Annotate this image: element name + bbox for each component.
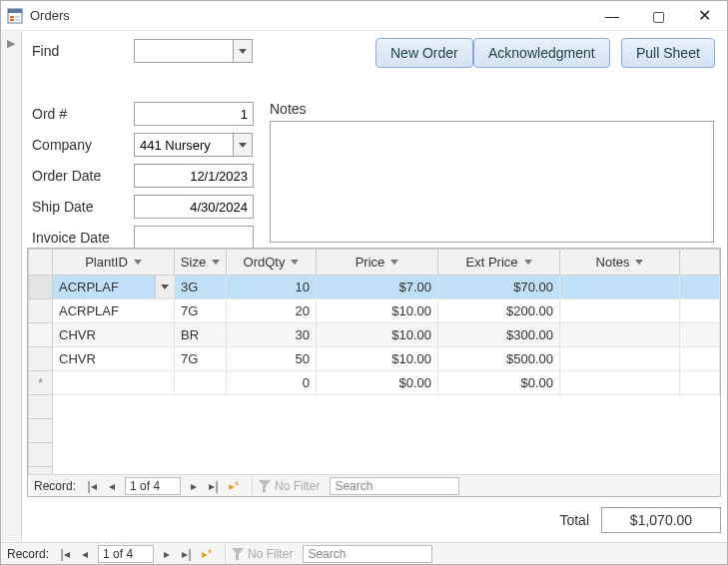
nav-search-box[interactable]: Search <box>303 545 432 563</box>
line-items-subform: PlantID Size OrdQty Price Ext Price Note… <box>27 248 721 497</box>
col-extprice[interactable]: Ext Price <box>438 250 560 276</box>
table-row[interactable]: CHVR7G50$10.00$500.00 <box>29 347 720 371</box>
pull-sheet-button[interactable]: Pull Sheet <box>621 38 715 68</box>
cell-ordqty[interactable]: 30 <box>227 323 317 347</box>
cell-size[interactable]: 7G <box>175 299 227 323</box>
ship-date-field[interactable] <box>134 195 254 219</box>
line-items-grid: PlantID Size OrdQty Price Ext Price Note… <box>28 249 720 474</box>
ship-date-input[interactable] <box>140 200 248 215</box>
cell-plantid[interactable]: ACRPLAF <box>53 299 175 323</box>
orders-window: Orders — ▢ ✕ ▶ Find New Order Acknowledg… <box>0 0 728 565</box>
col-ordqty[interactable]: OrdQty <box>227 250 317 276</box>
cell-notes[interactable] <box>560 323 680 347</box>
cell-size[interactable]: BR <box>175 323 227 347</box>
col-price[interactable]: Price <box>317 250 438 276</box>
ord-no-input[interactable] <box>140 107 248 122</box>
cell-plantid[interactable]: ACRPLAF <box>53 276 175 299</box>
select-all-corner[interactable] <box>29 250 53 276</box>
cell-plantid[interactable]: CHVR <box>53 323 175 347</box>
filter-icon[interactable] <box>390 260 398 265</box>
col-plantid[interactable]: PlantID <box>53 250 175 276</box>
nav-last-button[interactable]: ▸| <box>177 544 197 564</box>
cell-extprice[interactable]: $0.00 <box>438 371 560 395</box>
find-input[interactable] <box>140 44 228 59</box>
table-row[interactable]: CHVRBR30$10.00$300.00 <box>29 323 720 347</box>
subform-navigator: Record: |◂ ◂ 1 of 4 ▸ ▸| ▸* No Filter Se… <box>28 474 720 496</box>
company-dropdown-button[interactable] <box>234 133 253 157</box>
table-row[interactable]: ACRPLAF3G10$7.00$70.00 <box>29 276 720 299</box>
cell-price[interactable]: $10.00 <box>317 299 438 323</box>
nav-filter-indicator[interactable]: No Filter <box>225 543 299 564</box>
cell-ordqty[interactable]: 0 <box>227 371 317 395</box>
nav-last-button[interactable]: ▸| <box>204 476 224 496</box>
svg-rect-2 <box>10 16 14 18</box>
company-input[interactable] <box>140 138 228 153</box>
cell-extprice[interactable]: $200.00 <box>438 299 560 323</box>
company-label: Company <box>32 137 92 153</box>
nav-next-button[interactable]: ▸ <box>184 476 204 496</box>
cell-price[interactable]: $10.00 <box>317 347 438 371</box>
company-combo[interactable] <box>134 133 234 157</box>
nav-new-button[interactable]: ▸* <box>224 476 244 496</box>
minimize-button[interactable]: — <box>589 1 635 31</box>
cell-extprice[interactable]: $500.00 <box>438 347 560 371</box>
notes-textarea[interactable] <box>270 121 714 243</box>
nav-position[interactable]: 1 of 4 <box>125 477 181 495</box>
cell-price[interactable]: $7.00 <box>317 276 438 299</box>
nav-first-button[interactable]: |◂ <box>55 544 75 564</box>
nav-search-box[interactable]: Search <box>330 477 459 495</box>
nav-prev-button[interactable]: ◂ <box>75 544 95 564</box>
col-notes[interactable]: Notes <box>560 250 680 276</box>
order-date-input[interactable] <box>140 169 248 184</box>
svg-rect-3 <box>10 19 14 21</box>
cell-notes[interactable] <box>560 347 680 371</box>
filter-icon[interactable] <box>635 260 643 265</box>
cell-plantid[interactable]: CHVR <box>53 347 175 371</box>
invoice-date-label: Invoice Date <box>32 230 110 246</box>
nav-position[interactable]: 1 of 4 <box>98 545 154 563</box>
cell-extprice[interactable]: $70.00 <box>438 276 560 299</box>
find-dropdown-button[interactable] <box>234 39 253 63</box>
acknowledgment-button[interactable]: Acknowledgment <box>473 38 610 68</box>
cell-ordqty[interactable]: 10 <box>227 276 317 299</box>
record-selector-bar[interactable]: ▶ <box>1 31 22 541</box>
row-selector[interactable] <box>29 323 53 347</box>
cell-price[interactable]: $10.00 <box>317 323 438 347</box>
invoice-date-field[interactable] <box>134 226 254 250</box>
svg-rect-1 <box>8 9 22 13</box>
col-size[interactable]: Size <box>175 250 227 276</box>
cell-ordqty[interactable]: 50 <box>227 347 317 371</box>
cell-ordqty[interactable]: 20 <box>227 299 317 323</box>
nav-filter-indicator[interactable]: No Filter <box>252 475 326 496</box>
table-row[interactable]: ACRPLAF7G20$10.00$200.00 <box>29 299 720 323</box>
cell-notes[interactable] <box>560 299 680 323</box>
cell-size[interactable]: 3G <box>175 276 227 299</box>
order-date-field[interactable] <box>134 164 254 188</box>
grid-header-row: PlantID Size OrdQty Price Ext Price Note… <box>29 250 720 276</box>
new-order-button[interactable]: New Order <box>375 38 473 68</box>
notes-label: Notes <box>270 101 307 117</box>
cell-size[interactable]: 7G <box>175 347 227 371</box>
close-button[interactable]: ✕ <box>681 1 727 31</box>
filter-icon[interactable] <box>212 260 220 265</box>
nav-first-button[interactable]: |◂ <box>82 476 102 496</box>
filter-icon[interactable] <box>291 260 299 265</box>
filter-icon[interactable] <box>524 260 532 265</box>
find-combo[interactable] <box>134 39 234 63</box>
new-row[interactable]: *0$0.00$0.00 <box>29 371 720 395</box>
nav-prev-button[interactable]: ◂ <box>102 476 122 496</box>
maximize-button[interactable]: ▢ <box>635 1 681 31</box>
row-selector[interactable] <box>29 347 53 371</box>
nav-new-button[interactable]: ▸* <box>197 544 217 564</box>
ord-no-field[interactable] <box>134 102 254 126</box>
cell-notes[interactable] <box>560 276 680 299</box>
cell-price[interactable]: $0.00 <box>317 371 438 395</box>
filter-icon[interactable] <box>134 260 142 265</box>
new-row-marker[interactable]: * <box>29 371 53 395</box>
cell-extprice[interactable]: $300.00 <box>438 323 560 347</box>
invoice-date-input[interactable] <box>140 231 248 246</box>
row-selector[interactable] <box>29 276 53 299</box>
row-selector[interactable] <box>29 299 53 323</box>
nav-next-button[interactable]: ▸ <box>157 544 177 564</box>
chevron-down-icon[interactable] <box>155 276 174 298</box>
